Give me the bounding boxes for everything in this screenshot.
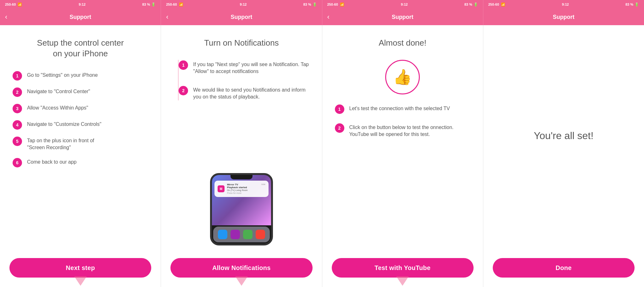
- step-item: 2 Click on the button below to test the …: [335, 123, 470, 138]
- dock-icon-1: [218, 230, 227, 239]
- wifi-icon-1: 📶: [18, 3, 22, 7]
- time-4: 9:12: [562, 3, 569, 6]
- next-step-button[interactable]: Next step: [9, 258, 151, 278]
- step-text-1: Go to "Settings" on your iPhone: [27, 70, 98, 79]
- step-badge-5: 5: [13, 137, 22, 146]
- carrier-1: 250-60: [5, 3, 16, 6]
- nav-title-2: Support: [230, 14, 252, 20]
- panel1-steps: 1 Go to "Settings" on your iPhone 2 Navi…: [13, 70, 148, 168]
- thumbs-circle: 👍: [385, 60, 420, 94]
- status-segment-1: 250-60 📶 9:12 83 % 🔋: [0, 0, 161, 9]
- step-badge-1: 1: [13, 71, 22, 81]
- step-text-5: Tap on the plus icon in front of "Screen…: [27, 136, 94, 151]
- panel4-title: You're all set!: [534, 129, 593, 143]
- battery-3: 83 %: [464, 3, 472, 6]
- nav-segment-3: ‹ Support: [322, 9, 483, 25]
- wifi-icon-4: 📶: [501, 3, 505, 7]
- nav-title-4: Support: [553, 14, 575, 20]
- thumbs-up-icon: 👍: [393, 68, 412, 86]
- step-text-n2: We would like to send you Notifications …: [193, 85, 309, 101]
- deco-triangle-1: [74, 276, 87, 286]
- battery-icon-4: 🔋: [635, 3, 639, 7]
- panel1-title: Setup the control center on your iPhone: [13, 38, 148, 59]
- step-badge-2: 2: [13, 87, 22, 97]
- step-text-a1: Let's test the connection with the selec…: [349, 104, 450, 112]
- thumbs-up-container: 👍: [335, 60, 470, 94]
- status-segment-2: 250-60 📶 9:12 83 % 🔋: [161, 0, 322, 9]
- panel3-title: Almost done!: [335, 38, 470, 48]
- content-area: Setup the control center on your iPhone …: [0, 25, 644, 287]
- time-1: 9:12: [79, 3, 86, 6]
- back-button-2[interactable]: ‹: [166, 13, 168, 21]
- dock-icon-4: [256, 230, 265, 239]
- step-badge-3: 3: [13, 104, 22, 113]
- step-item: 2 We would like to send you Notification…: [179, 85, 309, 101]
- back-button-3[interactable]: ‹: [327, 13, 330, 21]
- phone-mockup-container: M Mirror TV now Playback started On (TV)…: [174, 107, 309, 245]
- panel2-title: Turn on Notifications: [174, 38, 309, 48]
- step-text-6: Come back to our app: [27, 157, 76, 166]
- carrier-2: 250-60: [166, 3, 177, 6]
- nav-title-3: Support: [392, 14, 414, 20]
- notif-title: Playback started: [227, 186, 265, 189]
- step-badge-4: 4: [13, 120, 22, 130]
- panel-setup-control-center: Setup the control center on your iPhone …: [0, 25, 161, 287]
- carrier-3: 250-60: [327, 3, 338, 6]
- step-item: 1 Go to "Settings" on your iPhone: [13, 70, 148, 81]
- done-button[interactable]: Done: [493, 258, 635, 278]
- step-text-a2: Click on the button below to test the on…: [349, 123, 470, 138]
- panel4-footer: Done: [483, 252, 644, 287]
- wifi-icon-2: 📶: [179, 3, 183, 7]
- allow-notifications-button[interactable]: Allow Notifications: [170, 258, 312, 278]
- time-2: 9:12: [240, 3, 247, 6]
- status-segment-4: 250-60 📶 9:12 83 % 🔋: [483, 0, 644, 9]
- step-badge-n1: 1: [179, 60, 188, 70]
- dock-icon-2: [230, 230, 240, 239]
- step-item: 4 Navigate to "Customize Controls": [13, 120, 148, 130]
- step-badge-a2: 2: [335, 123, 344, 133]
- step-item: 2 Navigate to "Control Center": [13, 87, 148, 97]
- notif-sub: Press for more: [227, 192, 265, 194]
- step-text-4: Navigate to "Customize Controls": [27, 120, 101, 128]
- step-item: 3 Allow "Access Within Apps": [13, 103, 148, 113]
- status-bar: 250-60 📶 9:12 83 % 🔋 250-60 📶 9:12 83 % …: [0, 0, 644, 9]
- panel3-steps: 1 Let's test the connection with the sel…: [335, 104, 470, 138]
- step-item: 5 Tap on the plus icon in front of "Scre…: [13, 136, 148, 151]
- nav-bar: ‹ Support ‹ Support ‹ Support Support: [0, 9, 644, 25]
- notif-content: Mirror TV now Playback started On (TV) L…: [227, 183, 265, 194]
- status-segment-3: 250-60 📶 9:12 83 % 🔋: [322, 0, 483, 9]
- battery-icon-1: 🔋: [151, 3, 156, 7]
- nav-segment-4: Support: [483, 9, 644, 25]
- notif-body: On (TV) Living Room: [227, 189, 265, 192]
- notif-time: now: [261, 183, 265, 186]
- panel-almost-done: Almost done! 👍 1 Let's test the connecti…: [322, 25, 483, 287]
- deco-triangle-2: [235, 276, 248, 286]
- step-badge-a1: 1: [335, 104, 344, 114]
- step-text-3: Allow "Access Within Apps": [27, 103, 88, 111]
- step-text-n1: If you tap "Next step" you will see a No…: [193, 60, 309, 75]
- phone-notch: [230, 175, 253, 179]
- panel-notifications: Turn on Notifications 1 If you tap "Next…: [161, 25, 322, 287]
- nav-segment-1: ‹ Support: [0, 9, 161, 25]
- test-youtube-button[interactable]: Test with YouTube: [332, 258, 474, 278]
- step-badge-n2: 2: [179, 86, 188, 95]
- nav-title-1: Support: [69, 14, 91, 20]
- back-button-1[interactable]: ‹: [5, 13, 7, 21]
- step-item: 6 Come back to our app: [13, 157, 148, 167]
- notification-banner: M Mirror TV now Playback started On (TV)…: [214, 181, 269, 197]
- dock-icon-3: [243, 230, 253, 239]
- wifi-icon-3: 📶: [340, 3, 344, 7]
- carrier-4: 250-60: [488, 3, 499, 6]
- step-text-2: Navigate to "Control Center": [27, 87, 90, 95]
- phone-mockup: M Mirror TV now Playback started On (TV)…: [210, 173, 273, 245]
- app-icon: M: [218, 185, 225, 192]
- nav-segment-2: ‹ Support: [161, 9, 322, 25]
- step-item: 1 Let's test the connection with the sel…: [335, 104, 470, 114]
- phone-screen: M Mirror TV now Playback started On (TV)…: [212, 175, 271, 225]
- phone-dock: [213, 227, 270, 242]
- step-badge-6: 6: [13, 158, 22, 167]
- battery-2: 83 %: [303, 3, 311, 6]
- battery-1: 83 %: [142, 3, 150, 6]
- panel-all-set: You're all set! Done: [483, 25, 644, 287]
- battery-icon-3: 🔋: [474, 3, 478, 7]
